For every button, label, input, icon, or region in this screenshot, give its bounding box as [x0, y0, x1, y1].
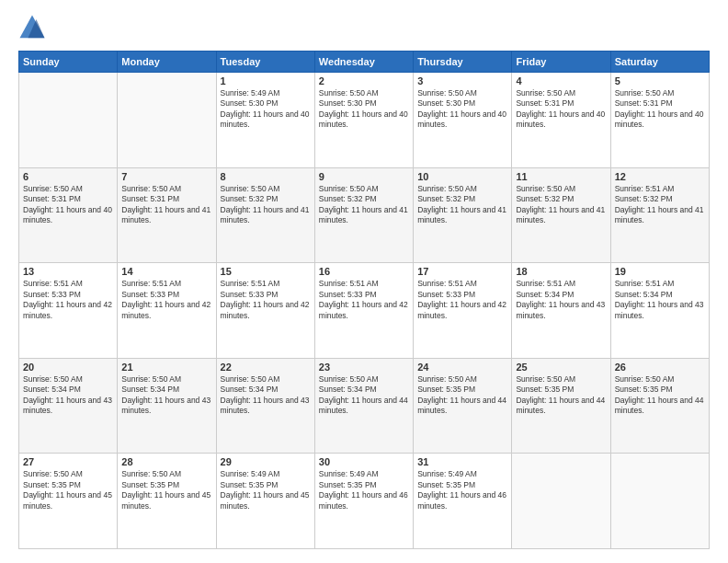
calendar-cell: 17Sunrise: 5:51 AM Sunset: 5:33 PM Dayli… — [414, 263, 512, 359]
day-number: 29 — [221, 456, 311, 467]
calendar-cell: 7Sunrise: 5:50 AM Sunset: 5:31 PM Daylig… — [118, 167, 216, 263]
day-info: Sunrise: 5:50 AM Sunset: 5:30 PM Dayligh… — [319, 88, 409, 131]
day-number: 13 — [23, 266, 113, 277]
day-info: Sunrise: 5:50 AM Sunset: 5:35 PM Dayligh… — [615, 374, 705, 417]
day-info: Sunrise: 5:51 AM Sunset: 5:33 PM Dayligh… — [417, 279, 507, 321]
day-number: 31 — [417, 456, 507, 467]
calendar-cell — [512, 454, 610, 549]
calendar-cell: 14Sunrise: 5:51 AM Sunset: 5:33 PM Dayli… — [118, 263, 216, 359]
day-number: 25 — [516, 362, 606, 373]
day-number: 30 — [319, 456, 409, 467]
calendar-cell: 5Sunrise: 5:50 AM Sunset: 5:31 PM Daylig… — [610, 73, 709, 168]
day-info: Sunrise: 5:50 AM Sunset: 5:32 PM Dayligh… — [319, 184, 409, 226]
calendar-cell: 18Sunrise: 5:51 AM Sunset: 5:34 PM Dayli… — [512, 263, 610, 359]
day-info: Sunrise: 5:50 AM Sunset: 5:32 PM Dayligh… — [221, 184, 311, 226]
calendar-cell: 22Sunrise: 5:50 AM Sunset: 5:34 PM Dayli… — [216, 358, 314, 454]
calendar-cell: 30Sunrise: 5:49 AM Sunset: 5:35 PM Dayli… — [314, 454, 413, 549]
calendar-cell: 6Sunrise: 5:50 AM Sunset: 5:31 PM Daylig… — [19, 167, 118, 263]
calendar-cell — [19, 73, 118, 168]
day-number: 17 — [417, 266, 507, 277]
day-number: 20 — [23, 362, 113, 373]
calendar-cell: 13Sunrise: 5:51 AM Sunset: 5:33 PM Dayli… — [19, 263, 118, 359]
day-number: 22 — [221, 362, 311, 373]
calendar-cell: 10Sunrise: 5:50 AM Sunset: 5:32 PM Dayli… — [414, 167, 512, 263]
day-number: 24 — [417, 362, 507, 373]
calendar-cell — [610, 454, 709, 549]
day-number: 26 — [615, 362, 705, 373]
day-number: 27 — [23, 456, 113, 467]
day-info: Sunrise: 5:51 AM Sunset: 5:32 PM Dayligh… — [615, 184, 705, 226]
day-info: Sunrise: 5:51 AM Sunset: 5:33 PM Dayligh… — [319, 279, 409, 321]
day-info: Sunrise: 5:51 AM Sunset: 5:33 PM Dayligh… — [221, 279, 311, 321]
day-number: 15 — [221, 266, 311, 277]
day-info: Sunrise: 5:50 AM Sunset: 5:32 PM Dayligh… — [516, 184, 606, 226]
day-number: 23 — [319, 362, 409, 373]
calendar-cell: 28Sunrise: 5:50 AM Sunset: 5:35 PM Dayli… — [118, 454, 216, 549]
day-number: 7 — [121, 171, 211, 182]
calendar-cell: 16Sunrise: 5:51 AM Sunset: 5:33 PM Dayli… — [314, 263, 413, 359]
calendar-cell: 4Sunrise: 5:50 AM Sunset: 5:31 PM Daylig… — [512, 73, 610, 168]
calendar-cell: 9Sunrise: 5:50 AM Sunset: 5:32 PM Daylig… — [314, 167, 413, 263]
calendar-cell: 2Sunrise: 5:50 AM Sunset: 5:30 PM Daylig… — [314, 73, 413, 168]
day-number: 2 — [319, 75, 409, 86]
day-info: Sunrise: 5:50 AM Sunset: 5:34 PM Dayligh… — [121, 374, 211, 417]
day-info: Sunrise: 5:49 AM Sunset: 5:30 PM Dayligh… — [221, 88, 311, 131]
calendar-table: SundayMondayTuesdayWednesdayThursdayFrid… — [18, 51, 710, 549]
weekday-header-friday: Friday — [512, 52, 610, 73]
calendar-cell: 11Sunrise: 5:50 AM Sunset: 5:32 PM Dayli… — [512, 167, 610, 263]
day-number: 10 — [417, 171, 507, 182]
calendar-week-row: 1Sunrise: 5:49 AM Sunset: 5:30 PM Daylig… — [19, 73, 710, 168]
calendar-cell: 23Sunrise: 5:50 AM Sunset: 5:34 PM Dayli… — [314, 358, 413, 454]
day-info: Sunrise: 5:50 AM Sunset: 5:30 PM Dayligh… — [417, 88, 507, 131]
page: SundayMondayTuesdayWednesdayThursdayFrid… — [0, 0, 728, 563]
calendar-week-row: 13Sunrise: 5:51 AM Sunset: 5:33 PM Dayli… — [19, 263, 710, 359]
weekday-header-sunday: Sunday — [19, 52, 118, 73]
calendar-cell: 1Sunrise: 5:49 AM Sunset: 5:30 PM Daylig… — [216, 73, 314, 168]
day-info: Sunrise: 5:50 AM Sunset: 5:34 PM Dayligh… — [221, 374, 311, 417]
day-number: 11 — [516, 171, 606, 182]
day-number: 16 — [319, 266, 409, 277]
weekday-header-thursday: Thursday — [414, 52, 512, 73]
weekday-header-wednesday: Wednesday — [314, 52, 413, 73]
day-info: Sunrise: 5:50 AM Sunset: 5:31 PM Dayligh… — [516, 88, 606, 131]
calendar-cell: 12Sunrise: 5:51 AM Sunset: 5:32 PM Dayli… — [610, 167, 709, 263]
day-number: 12 — [615, 171, 705, 182]
day-info: Sunrise: 5:50 AM Sunset: 5:31 PM Dayligh… — [23, 184, 113, 226]
calendar-cell: 3Sunrise: 5:50 AM Sunset: 5:30 PM Daylig… — [414, 73, 512, 168]
calendar-cell: 15Sunrise: 5:51 AM Sunset: 5:33 PM Dayli… — [216, 263, 314, 359]
day-number: 5 — [615, 75, 705, 86]
day-info: Sunrise: 5:50 AM Sunset: 5:35 PM Dayligh… — [121, 469, 211, 511]
day-number: 19 — [615, 266, 705, 277]
day-info: Sunrise: 5:50 AM Sunset: 5:31 PM Dayligh… — [615, 88, 705, 131]
day-number: 21 — [121, 362, 211, 373]
day-number: 6 — [23, 171, 113, 182]
weekday-header-monday: Monday — [118, 52, 216, 73]
calendar-cell: 29Sunrise: 5:49 AM Sunset: 5:35 PM Dayli… — [216, 454, 314, 549]
logo-icon — [18, 14, 46, 41]
day-info: Sunrise: 5:50 AM Sunset: 5:31 PM Dayligh… — [121, 184, 211, 226]
calendar-cell: 27Sunrise: 5:50 AM Sunset: 5:35 PM Dayli… — [19, 454, 118, 549]
day-number: 14 — [121, 266, 211, 277]
day-number: 3 — [417, 75, 507, 86]
day-info: Sunrise: 5:51 AM Sunset: 5:34 PM Dayligh… — [615, 279, 705, 321]
day-info: Sunrise: 5:50 AM Sunset: 5:32 PM Dayligh… — [417, 184, 507, 226]
calendar-cell: 24Sunrise: 5:50 AM Sunset: 5:35 PM Dayli… — [414, 358, 512, 454]
day-info: Sunrise: 5:51 AM Sunset: 5:33 PM Dayligh… — [121, 279, 211, 321]
day-number: 18 — [516, 266, 606, 277]
day-info: Sunrise: 5:50 AM Sunset: 5:34 PM Dayligh… — [23, 374, 113, 417]
logo — [18, 14, 50, 41]
calendar-header-row: SundayMondayTuesdayWednesdayThursdayFrid… — [19, 52, 710, 73]
day-info: Sunrise: 5:49 AM Sunset: 5:35 PM Dayligh… — [417, 469, 507, 511]
day-number: 1 — [221, 75, 311, 86]
day-info: Sunrise: 5:49 AM Sunset: 5:35 PM Dayligh… — [221, 469, 311, 511]
calendar-cell — [118, 73, 216, 168]
day-info: Sunrise: 5:50 AM Sunset: 5:34 PM Dayligh… — [319, 374, 409, 417]
day-number: 9 — [319, 171, 409, 182]
calendar-week-row: 6Sunrise: 5:50 AM Sunset: 5:31 PM Daylig… — [19, 167, 710, 263]
day-info: Sunrise: 5:51 AM Sunset: 5:34 PM Dayligh… — [516, 279, 606, 321]
day-info: Sunrise: 5:49 AM Sunset: 5:35 PM Dayligh… — [319, 469, 409, 511]
day-number: 28 — [121, 456, 211, 467]
day-number: 8 — [221, 171, 311, 182]
calendar-cell: 8Sunrise: 5:50 AM Sunset: 5:32 PM Daylig… — [216, 167, 314, 263]
day-info: Sunrise: 5:51 AM Sunset: 5:33 PM Dayligh… — [23, 279, 113, 321]
